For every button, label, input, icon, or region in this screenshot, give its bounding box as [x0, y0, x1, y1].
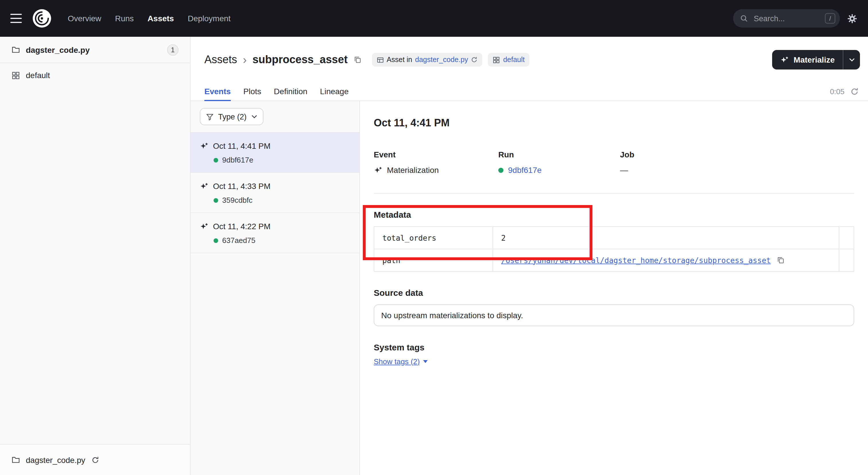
event-list-item[interactable]: Oct 11, 4:22 PM 637aed75 [191, 213, 360, 253]
metadata-row-end-cell [839, 249, 854, 271]
show-tags-toggle[interactable]: Show tags (2) [374, 357, 428, 366]
show-tags-label: Show tags (2) [374, 357, 420, 366]
run-status-dot [214, 158, 218, 162]
footer-code-location-label: dagster_code.py [26, 455, 85, 464]
top-nav-links: Overview Runs Assets Deployment [62, 10, 236, 26]
run-field-value: 9dbf617e [498, 166, 620, 175]
materialize-label: Materialize [794, 55, 835, 64]
folder-icon [11, 455, 20, 464]
event-run-row: 637aed75 [214, 236, 350, 245]
table-icon [376, 56, 384, 63]
code-location-chip[interactable]: Asset in dagster_code.py [372, 53, 483, 67]
search-box[interactable]: / [733, 9, 840, 28]
materialization-sparkle-icon [200, 222, 208, 231]
nav-overview[interactable]: Overview [62, 10, 107, 26]
copy-path-icon[interactable] [776, 256, 784, 264]
run-id-link[interactable]: 9dbf617e [222, 156, 253, 164]
event-timestamp: Oct 11, 4:41 PM [213, 141, 270, 150]
top-navigation: Overview Runs Assets Deployment / [0, 0, 868, 37]
tab-plots[interactable]: Plots [243, 83, 261, 101]
event-field: Event Materialization [374, 150, 498, 175]
metadata-key: path [374, 249, 493, 271]
group-chip[interactable]: default [488, 53, 529, 67]
page-title: subprocess_asset [252, 53, 348, 66]
refresh-icon[interactable] [850, 87, 859, 96]
folder-icon [11, 46, 20, 54]
nav-assets[interactable]: Assets [142, 10, 180, 26]
run-status-dot [498, 168, 503, 173]
metadata-value: 2 [493, 227, 839, 249]
breadcrumb: Assets › subprocess_asset [205, 53, 361, 66]
refresh-area: 0:05 [830, 83, 859, 100]
breadcrumb-assets-link[interactable]: Assets [205, 53, 237, 66]
event-list-item[interactable]: Oct 11, 4:33 PM 359cdbfc [191, 173, 360, 213]
nav-deployment[interactable]: Deployment [182, 10, 236, 26]
run-id-link[interactable]: 637aed75 [222, 236, 255, 245]
hamburger-menu-icon[interactable] [8, 9, 25, 28]
search-icon [740, 14, 748, 22]
event-timestamp: Oct 11, 4:22 PM [213, 222, 270, 231]
asset-header: Assets › subprocess_asset Asset in dagst… [191, 37, 868, 83]
job-field: Job — [620, 150, 634, 175]
path-link[interactable]: /Users/yuhan/dev/local/dagster_home/stor… [501, 256, 771, 265]
tab-events[interactable]: Events [205, 83, 231, 101]
reload-icon[interactable] [471, 56, 478, 63]
asset-sidebar: dagster_code.py 1 default dagster_code.p… [0, 37, 191, 475]
code-location-label: dagster_code.py [26, 45, 161, 54]
chip-group-link[interactable]: default [503, 56, 525, 64]
sidebar-group-default[interactable]: default [0, 63, 190, 87]
run-field-label: Run [498, 150, 620, 159]
type-filter-label: Type (2) [218, 112, 247, 121]
refresh-timer: 0:05 [830, 87, 844, 96]
chevron-down-icon [251, 115, 257, 118]
materialization-sparkle-icon [374, 166, 382, 174]
main-panel: Assets › subprocess_asset Asset in dagst… [191, 37, 868, 475]
search-shortcut-key: / [825, 13, 835, 24]
sidebar-footer-code-location[interactable]: dagster_code.py [0, 444, 190, 475]
materialize-split-button: Materialize [772, 50, 860, 69]
event-time-row: Oct 11, 4:41 PM [200, 141, 350, 150]
event-list-item[interactable]: Oct 11, 4:41 PM 9dbf617e [191, 133, 360, 173]
materialize-dropdown-button[interactable] [843, 50, 860, 69]
event-run-row: 359cdbfc [214, 196, 350, 205]
event-type-text: Materialization [387, 166, 439, 175]
metadata-key: total_orders [374, 227, 493, 249]
gear-icon[interactable] [847, 13, 858, 24]
sparkle-icon [780, 55, 789, 64]
job-field-value: — [620, 166, 634, 175]
run-id-link[interactable]: 359cdbfc [222, 196, 253, 205]
run-id-link[interactable]: 9dbf617e [508, 166, 541, 175]
caret-down-icon [423, 360, 428, 363]
metadata-row: total_orders 2 [374, 227, 854, 249]
materialization-sparkle-icon [200, 182, 208, 190]
asset-group-icon [11, 71, 20, 80]
breadcrumb-separator: › [243, 53, 247, 66]
dagster-logo-icon[interactable] [32, 9, 52, 28]
metadata-row: path /Users/yuhan/dev/local/dagster_home… [374, 249, 854, 271]
detail-divider [374, 193, 854, 194]
tab-definition[interactable]: Definition [274, 83, 307, 101]
sidebar-code-location-row[interactable]: dagster_code.py 1 [0, 37, 190, 63]
job-empty-text: — [620, 166, 628, 175]
asset-group-icon [493, 56, 500, 63]
materialize-button[interactable]: Materialize [772, 50, 843, 69]
event-time-row: Oct 11, 4:22 PM [200, 222, 350, 231]
metadata-row-end-cell [839, 227, 854, 249]
reload-icon[interactable] [91, 456, 99, 464]
event-timestamp: Oct 11, 4:33 PM [213, 181, 270, 191]
copy-asset-name-icon[interactable] [353, 56, 361, 64]
materialization-sparkle-icon [200, 142, 208, 150]
search-input[interactable] [753, 13, 820, 23]
tab-lineage[interactable]: Lineage [320, 83, 349, 101]
run-status-dot [214, 198, 218, 203]
event-field-label: Event [374, 150, 498, 159]
event-detail-panel: Oct 11, 4:41 PM Event Materialization [360, 101, 868, 475]
group-label: default [26, 71, 50, 80]
nav-runs[interactable]: Runs [110, 10, 140, 26]
chip-code-location-link[interactable]: dagster_code.py [415, 56, 468, 64]
metadata-table: total_orders 2 path /Users/yuhan/dev/loc… [374, 226, 854, 272]
source-data-heading: Source data [374, 288, 854, 298]
events-content: Type (2) Oct 11, 4:41 PM [191, 101, 868, 475]
type-filter-button[interactable]: Type (2) [200, 108, 263, 125]
page-body: dagster_code.py 1 default dagster_code.p… [0, 37, 868, 475]
